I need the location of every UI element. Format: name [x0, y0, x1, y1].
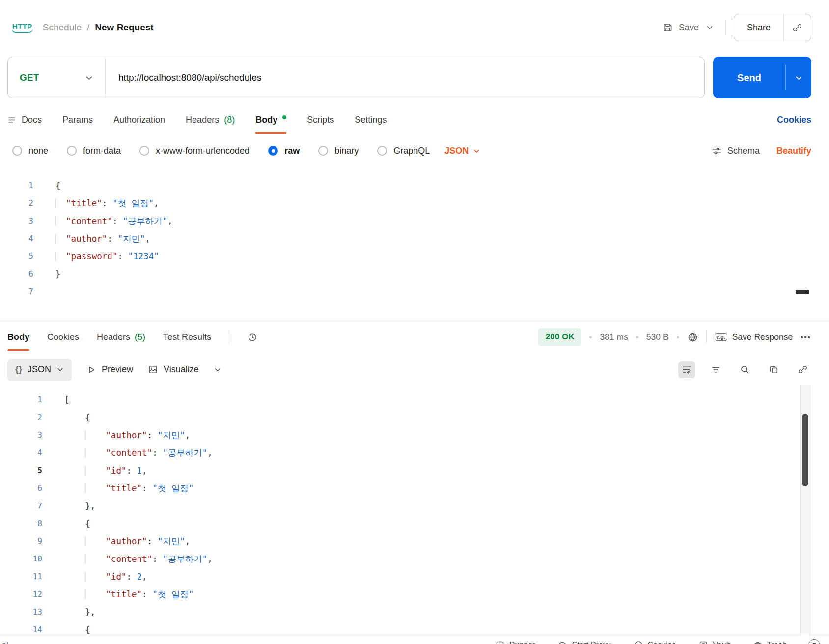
save-button[interactable]: Save: [663, 22, 699, 33]
line-number: 1: [0, 391, 42, 409]
language-dropdown[interactable]: JSON: [444, 146, 480, 156]
code-line: 4 "author": "지민",: [0, 230, 829, 248]
filter-icon: [711, 364, 721, 375]
response-size[interactable]: 530 B: [646, 332, 669, 342]
save-response-button[interactable]: e.g. Save Response: [715, 332, 793, 342]
code-text: },: [42, 497, 95, 515]
code-text: "title": "첫 일정": [42, 479, 193, 497]
tab-settings[interactable]: Settings: [355, 106, 387, 134]
status-badge[interactable]: 200 OK: [538, 328, 582, 346]
visualize-button[interactable]: Visualize: [148, 364, 199, 375]
response-tab-cookies[interactable]: Cookies: [47, 321, 79, 353]
tab-label: Docs: [22, 115, 42, 125]
method-selector[interactable]: GET: [8, 57, 105, 98]
request-url-row: GET http://localhost:8080/api/schedules …: [7, 57, 811, 98]
send-button[interactable]: Send: [713, 57, 785, 98]
cookies-link[interactable]: Cookies: [777, 115, 811, 125]
floppy-save-icon: [663, 22, 673, 33]
code-text: [33, 283, 55, 301]
network-info-button[interactable]: [687, 332, 698, 343]
body-type-x-www-form-urlencoded[interactable]: x-www-form-urlencoded: [139, 146, 249, 156]
format-label: JSON: [28, 364, 51, 375]
line-number: 7: [0, 283, 33, 301]
share-button[interactable]: Share: [734, 14, 783, 41]
body-type-binary[interactable]: binary: [318, 146, 359, 156]
tab-docs[interactable]: Docs: [7, 106, 42, 134]
tab-params[interactable]: Params: [62, 106, 93, 134]
code-text: "author": "지민",: [42, 426, 190, 444]
save-options-chevron[interactable]: [702, 21, 718, 34]
help-button[interactable]: ?: [808, 639, 820, 644]
code-line: 11 "id": 2,: [0, 568, 829, 586]
headers-count: (8): [224, 115, 235, 125]
body-type-form-data[interactable]: form-data: [67, 146, 121, 156]
vault-icon: [698, 640, 708, 644]
code-text: "author": "지민",: [42, 532, 190, 550]
share-button-group: Share: [734, 14, 811, 41]
code-text: "password": "1234": [33, 248, 159, 265]
code-text: "title": "첫 일정",: [33, 195, 159, 212]
more-options-button[interactable]: •••: [801, 333, 811, 341]
tab-label: Authorization: [113, 115, 165, 125]
trash-button[interactable]: Trash: [753, 640, 787, 644]
copy-link-button[interactable]: [784, 14, 811, 41]
response-tab-headers[interactable]: Headers (5): [97, 321, 145, 353]
response-history-button[interactable]: [247, 332, 258, 342]
beautify-button[interactable]: Beautify: [776, 146, 811, 156]
schema-button[interactable]: Schema: [712, 146, 760, 156]
separator-dot: [677, 336, 679, 338]
url-bar: GET http://localhost:8080/api/schedules: [7, 57, 705, 98]
tab-body[interactable]: Body: [255, 106, 286, 134]
vault-button[interactable]: Vault: [698, 640, 730, 644]
radio-icon: [318, 146, 328, 156]
request-title[interactable]: New Request: [95, 22, 153, 33]
docs-icon: [7, 115, 17, 125]
tab-headers[interactable]: Headers (8): [186, 106, 235, 134]
filter-button[interactable]: [707, 361, 724, 378]
body-type-raw[interactable]: raw: [268, 146, 300, 156]
line-number: 2: [0, 409, 42, 426]
preview-button[interactable]: Preview: [86, 364, 133, 375]
cookies-button[interactable]: Cookies: [634, 640, 676, 644]
visualize-options-chevron[interactable]: [214, 366, 221, 374]
schema-label: Schema: [727, 146, 760, 156]
send-options-chevron[interactable]: [786, 57, 811, 98]
tab-authorization[interactable]: Authorization: [113, 106, 165, 134]
body-type-graphql[interactable]: GraphQL: [377, 146, 430, 156]
tab-scripts[interactable]: Scripts: [307, 106, 334, 134]
request-editor-scrollbar-thumb[interactable]: [796, 290, 809, 294]
response-time[interactable]: 381 ms: [600, 332, 628, 342]
response-tab-body[interactable]: Body: [7, 321, 29, 353]
search-button[interactable]: [736, 361, 753, 378]
response-body-viewer[interactable]: 1[2 {3 "author": "지민",4 "content": "공부하기…: [0, 385, 829, 643]
tab-label: Headers: [186, 115, 219, 125]
line-number: 8: [0, 515, 42, 532]
body-modified-dot: [282, 115, 286, 119]
runner-button[interactable]: Runner: [495, 640, 535, 644]
response-scrollbar-track[interactable]: [800, 385, 810, 643]
code-text: "author": "지민",: [33, 230, 150, 248]
link-icon: [798, 364, 808, 375]
response-scrollbar-thumb[interactable]: [802, 414, 808, 486]
wrap-text-button[interactable]: [678, 361, 695, 378]
url-input[interactable]: http://localhost:8080/api/schedules: [106, 72, 704, 83]
breadcrumb-collection[interactable]: Schedule: [43, 22, 82, 33]
response-tab-test-results[interactable]: Test Results: [163, 321, 211, 353]
response-headers-count: (5): [135, 332, 145, 342]
image-icon: [148, 364, 158, 375]
chevron-down-icon: [56, 366, 64, 373]
save-response-label: Save Response: [732, 332, 793, 342]
response-format-dropdown[interactable]: {} JSON: [7, 359, 72, 381]
body-type-none[interactable]: none: [12, 146, 48, 156]
code-text: "title": "첫 일정": [42, 586, 193, 603]
line-number: 1: [0, 177, 33, 195]
start-proxy-button[interactable]: Start Proxy: [557, 640, 610, 644]
tab-label: Params: [62, 115, 93, 125]
chevron-down-icon: [473, 147, 480, 155]
language-label: JSON: [444, 146, 469, 156]
copy-button[interactable]: [765, 361, 782, 378]
request-body-editor[interactable]: 1{2 "title": "첫 일정",3 "content": "공부하기",…: [0, 166, 829, 321]
code-text: [: [42, 391, 70, 409]
code-line: 13 },: [0, 603, 829, 621]
link-button[interactable]: [794, 361, 811, 378]
